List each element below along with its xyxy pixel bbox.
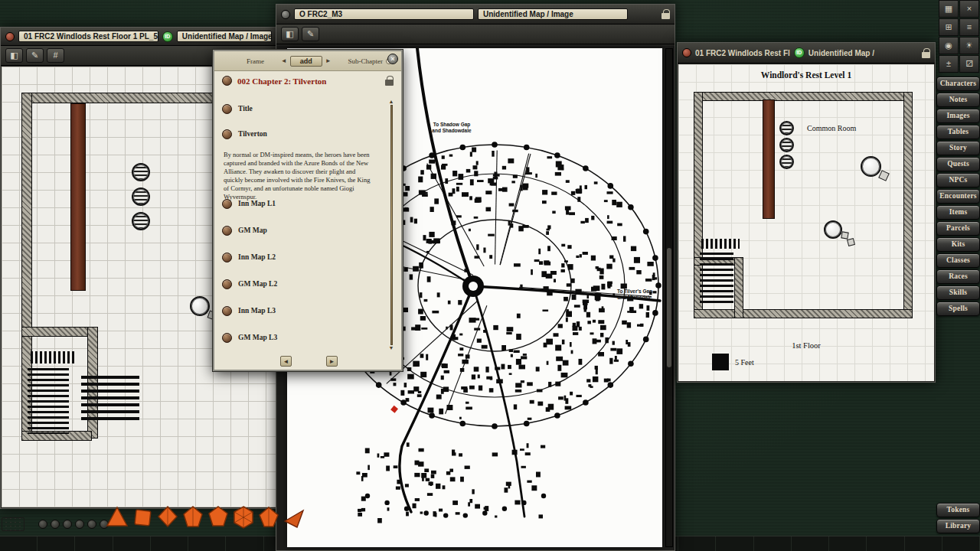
window-icon[interactable]: ⊞: [939, 18, 959, 36]
eraser-tool-icon[interactable]: ◧: [281, 27, 299, 41]
pencil-tool-icon[interactable]: ✎: [26, 48, 44, 63]
hotkey-slot[interactable]: [905, 536, 942, 551]
long-table-prop[interactable]: [763, 99, 775, 219]
sidebar-item-tokens[interactable]: Tokens: [936, 503, 980, 517]
grid-tool-icon[interactable]: #: [47, 48, 64, 63]
modifier-button[interactable]: [75, 520, 84, 529]
sidebar-item-story[interactable]: Story: [936, 141, 980, 155]
record-icon[interactable]: [222, 306, 232, 316]
close-icon[interactable]: ×: [959, 0, 979, 18]
hotkey-slot[interactable]: [792, 536, 829, 551]
roll-pointer-icon[interactable]: [283, 505, 305, 533]
sidebar-item-characters[interactable]: Characters: [936, 77, 980, 91]
story-entry[interactable]: Inn Map L3: [214, 304, 379, 318]
modifier-button[interactable]: [51, 520, 60, 529]
page-prev-button[interactable]: ◄: [280, 356, 292, 367]
hotkey-slot[interactable]: [942, 536, 980, 551]
record-icon[interactable]: [222, 199, 232, 209]
sidebar-item-items[interactable]: Items: [936, 205, 980, 220]
sidebar-item-notes[interactable]: Notes: [936, 93, 980, 107]
crate-prop[interactable]: [841, 231, 848, 239]
story-entry[interactable]: Tilverton: [214, 127, 379, 141]
hotkey-slot[interactable]: [226, 536, 263, 551]
story-entry[interactable]: Inn Map L1: [214, 197, 379, 210]
die-d8[interactable]: [156, 505, 179, 533]
scroll-down-icon[interactable]: ▼: [389, 345, 394, 351]
sidebar-item-kits[interactable]: Kits: [936, 237, 980, 252]
record-icon[interactable]: [222, 226, 232, 236]
token-round-table-1[interactable]: [861, 156, 881, 177]
plusminus-icon[interactable]: ±: [939, 55, 959, 73]
eraser-tool-icon[interactable]: ◧: [5, 48, 23, 63]
hotkey-slot[interactable]: [151, 536, 188, 551]
page-next-button[interactable]: ►: [326, 356, 338, 367]
map-window-windlords-rest-small[interactable]: 01 FRC2 Windlods Rest Fl ID Unidentified…: [677, 42, 936, 383]
record-icon[interactable]: [222, 333, 232, 343]
die-d10[interactable]: [181, 505, 204, 533]
sidebar-item-classes[interactable]: Classes: [936, 253, 980, 268]
menu-icon[interactable]: ≡: [959, 18, 979, 36]
die-d12[interactable]: [207, 505, 230, 533]
story-entry[interactable]: GM Map L3: [214, 331, 379, 344]
dice-icon[interactable]: ⚂: [959, 55, 979, 73]
token-stool-2[interactable]: [132, 187, 150, 206]
pencil-tool-icon[interactable]: ✎: [302, 27, 319, 41]
grid-icon[interactable]: ▦: [939, 0, 959, 18]
record-icon[interactable]: [222, 104, 232, 114]
modifier-button[interactable]: [87, 520, 96, 529]
right-map-canvas[interactable]: Windlord's Rest Level 1 Common Room 1st …: [678, 64, 934, 381]
long-table-prop[interactable]: [70, 103, 86, 291]
record-icon[interactable]: [222, 279, 232, 289]
hotkey-slot[interactable]: [38, 536, 75, 551]
sidebar-item-races[interactable]: Races: [936, 269, 980, 284]
hotkey-slot[interactable]: [829, 536, 867, 551]
hotkey-slot[interactable]: [716, 536, 753, 551]
record-icon[interactable]: [222, 253, 232, 262]
story-entry[interactable]: GM Map L2: [214, 277, 379, 291]
token-round-table-2[interactable]: [824, 220, 842, 239]
story-entry[interactable]: Title: [214, 102, 379, 116]
hotkey-slot[interactable]: [754, 536, 792, 551]
lock-icon[interactable]: [385, 76, 394, 86]
story-scrollbar[interactable]: ▲ ▼: [387, 99, 395, 351]
hotkey-slot[interactable]: [188, 536, 226, 551]
window-knob-icon[interactable]: [281, 10, 290, 19]
sidebar-item-skills[interactable]: Skills: [936, 285, 980, 300]
window-knob-icon[interactable]: [5, 32, 15, 41]
sidebar-item-encounters[interactable]: Encounters: [936, 189, 980, 204]
crate-prop[interactable]: [847, 238, 855, 246]
hotkey-slot[interactable]: [113, 536, 151, 551]
token-stool-3[interactable]: [779, 155, 794, 169]
hotkey-slot[interactable]: [75, 536, 113, 551]
sidebar-item-npcs[interactable]: NPCs: [936, 173, 980, 187]
story-entry[interactable]: Inn Map L2: [214, 250, 379, 264]
left-window-titlebar[interactable]: 01 FRC2 Windlods Rest Floor 1 PL_50 ID U…: [1, 28, 276, 46]
die-d20[interactable]: [232, 505, 255, 533]
sidebar-item-quests[interactable]: Quests: [936, 157, 980, 171]
token-stool-3[interactable]: [132, 212, 150, 230]
record-icon[interactable]: [222, 129, 232, 139]
modifier-button[interactable]: [38, 520, 47, 529]
die-d4[interactable]: [106, 505, 129, 533]
center-window-titlebar[interactable]: O FRC2_M3 Unidentified Map / Image: [276, 5, 675, 24]
hotkey-slot[interactable]: [867, 536, 904, 551]
story-window-chapter[interactable]: × Frame ◄ add ► Sub-Chapter 002 Chapter …: [213, 50, 403, 371]
light-icon[interactable]: ☀: [959, 37, 979, 54]
die-d6[interactable]: [131, 505, 154, 533]
record-icon[interactable]: [222, 76, 232, 86]
right-window-titlebar[interactable]: 01 FRC2 Windlods Rest Fl ID Unidentified…: [678, 43, 935, 64]
lock-icon[interactable]: [662, 9, 670, 19]
die-d100[interactable]: [257, 505, 280, 533]
chat-chip[interactable]: [2, 517, 24, 531]
modifier-button[interactable]: [63, 520, 72, 529]
sidebar-item-images[interactable]: Images: [936, 109, 980, 123]
scroll-up-icon[interactable]: ▲: [389, 99, 394, 105]
add-button[interactable]: add: [290, 56, 322, 67]
close-icon[interactable]: ×: [387, 54, 398, 64]
prev-arrow-icon[interactable]: ◄: [281, 57, 287, 64]
hotkey-slot[interactable]: [678, 536, 716, 551]
lock-icon[interactable]: [922, 48, 930, 58]
center-window-scrollbar[interactable]: [665, 48, 673, 547]
token-stool-1[interactable]: [132, 163, 150, 181]
hotkey-slot[interactable]: [0, 536, 38, 551]
